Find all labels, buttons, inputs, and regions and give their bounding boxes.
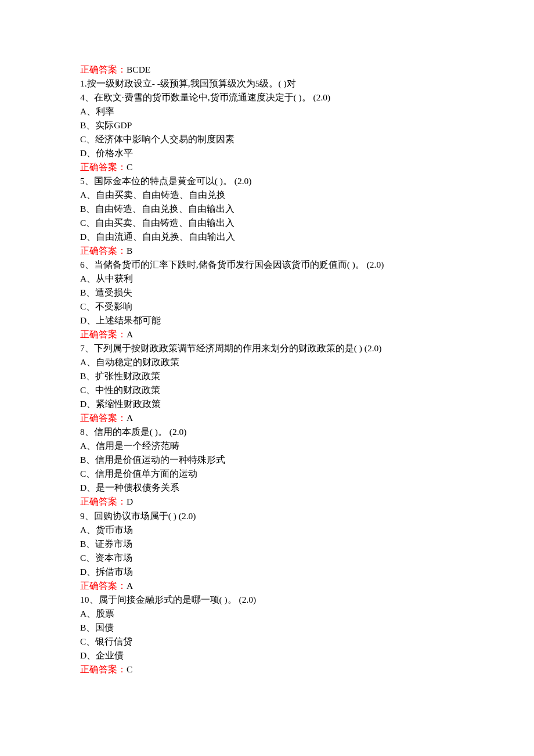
answer-value: BCDE: [127, 64, 150, 74]
text-line: A、利率: [80, 105, 534, 118]
text-line: A、自由买卖、自由铸造、自由兑换: [80, 188, 534, 202]
text-line: D、价格水平: [80, 146, 534, 160]
answer-line: 正确答案：C: [80, 663, 534, 676]
text-line: D、拆借市场: [80, 565, 534, 579]
text-line: C、不受影响: [80, 300, 534, 314]
text-line: 9、回购协议市场属于( ) (2.0): [80, 509, 534, 523]
answer-value: A: [127, 581, 133, 591]
text-line: A、自动稳定的财政政策: [80, 355, 534, 369]
answer-line: 正确答案：A: [80, 411, 534, 425]
text-line: B、国债: [80, 621, 534, 635]
text-line: B、证券市场: [80, 537, 534, 551]
answer-value: A: [127, 329, 133, 339]
answer-line: 正确答案：A: [80, 327, 534, 341]
answer-line: 正确答案：BCDE: [80, 63, 534, 77]
text-line: B、实际GDP: [80, 118, 534, 132]
text-line: C、中性的财政政策: [80, 383, 534, 397]
text-line: C、资本市场: [80, 551, 534, 565]
text-line: D、自由流通、自由兑换、自由输出入: [80, 230, 534, 244]
text-line: 1.按一级财政设立- -级预算,我国预算级次为5级。( )对: [80, 77, 534, 91]
answer-label: 正确答案：: [80, 162, 127, 172]
document-page: 正确答案：BCDE1.按一级财政设立- -级预算,我国预算级次为5级。( )对4…: [0, 0, 534, 756]
text-line: D、是一种债权债务关系: [80, 481, 534, 495]
text-line: 6、当储备货币的汇率下跌时,储备货币发行国会因该货币的贬值而( )。 (2.0): [80, 258, 534, 272]
text-line: B、信用是价值运动的一种特殊形式: [80, 453, 534, 467]
answer-value: A: [127, 413, 133, 423]
text-line: D、上述结果都可能: [80, 314, 534, 327]
answer-label: 正确答案：: [80, 581, 127, 591]
text-line: C、自由买卖、自由铸造、自由输出入: [80, 216, 534, 230]
answer-label: 正确答案：: [80, 246, 127, 255]
text-line: A、货币市场: [80, 523, 534, 537]
answer-line: 正确答案：D: [80, 495, 534, 509]
answer-value: C: [127, 664, 132, 674]
text-line: C、信用是价值单方面的运动: [80, 467, 534, 481]
text-line: 4、在欧文·费雪的货币数量论中,货币流通速度决定于( )。 (2.0): [80, 91, 534, 105]
text-line: B、扩张性财政政策: [80, 369, 534, 383]
text-line: 8、信用的本质是( )。 (2.0): [80, 425, 534, 439]
answer-line: 正确答案：A: [80, 579, 534, 593]
text-line: D、企业债: [80, 649, 534, 663]
text-line: C、经济体中影响个人交易的制度因素: [80, 132, 534, 146]
text-line: B、遭受损失: [80, 286, 534, 300]
answer-value: D: [127, 496, 133, 506]
text-line: 5、国际金本位的特点是黄金可以( )。 (2.0): [80, 174, 534, 188]
text-line: 7、下列属于按财政政策调节经济周期的作用来划分的财政政策的是( ) (2.0): [80, 341, 534, 355]
answer-label: 正确答案：: [80, 329, 127, 339]
answer-label: 正确答案：: [80, 64, 127, 74]
answer-label: 正确答案：: [80, 413, 127, 423]
text-line: D、紧缩性财政政策: [80, 397, 534, 411]
answer-value: C: [127, 162, 132, 172]
text-line: C、银行信贷: [80, 635, 534, 649]
text-line: B、自由铸造、自由兑换、自由输出入: [80, 202, 534, 216]
answer-line: 正确答案：C: [80, 160, 534, 174]
answer-value: B: [127, 246, 132, 255]
text-line: A、股票: [80, 607, 534, 621]
answer-line: 正确答案：B: [80, 244, 534, 258]
text-line: A、从中获利: [80, 272, 534, 286]
answer-label: 正确答案：: [80, 496, 127, 506]
text-line: A、信用是一个经济范畴: [80, 439, 534, 453]
text-line: 10、属于间接金融形式的是哪一项( )。 (2.0): [80, 593, 534, 607]
answer-label: 正确答案：: [80, 664, 127, 674]
